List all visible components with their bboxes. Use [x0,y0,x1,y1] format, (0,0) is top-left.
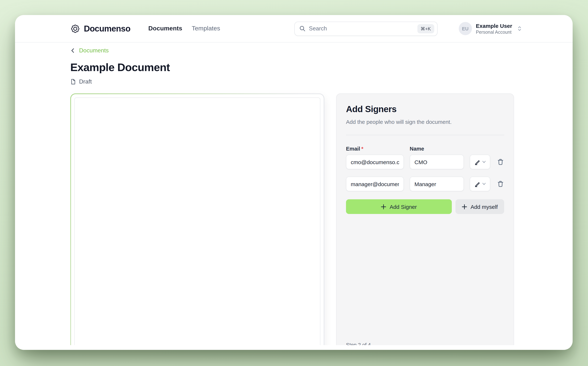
field-labels-row: Email* Name [346,146,504,152]
add-signer-button[interactable]: Add Signer [346,199,452,214]
chevron-up-down-icon [517,25,522,32]
documenso-seal-icon [70,24,80,33]
plus-icon [381,204,386,209]
panel-title: Add Signers [346,104,504,115]
signer-name-input[interactable] [410,177,464,191]
required-marker: * [361,146,363,152]
search-bar[interactable]: ⌘+K [294,22,438,36]
nav-documents[interactable]: Documents [148,25,182,32]
signer-email-input[interactable] [346,155,404,169]
user-name: Example User [476,22,512,29]
account-menu[interactable]: EU Example User Personal Account [459,22,522,35]
signature-pen-icon [474,181,480,187]
page-root: Documenso Documents Templates ⌘+K EU Exa… [0,0,588,366]
add-signers-panel: Add Signers Add the people who will sign… [336,93,514,345]
signer-row [346,177,504,191]
page-content: Documents Example Document Draft [15,43,573,350]
search-icon [299,25,306,32]
signer-role-dropdown[interactable] [470,155,490,169]
app-window: Documenso Documents Templates ⌘+K EU Exa… [15,15,573,350]
chevron-down-icon [482,182,486,186]
main-nav: Documents Templates [148,25,220,32]
signer-name-input[interactable] [410,155,464,169]
breadcrumb[interactable]: Documents [70,46,109,55]
scroll-viewport: Documents Example Document Draft [70,46,573,345]
add-signer-label: Add Signer [390,204,417,210]
page-title: Example Document [70,61,573,74]
brand-name: Documenso [84,24,130,33]
signer-email-input[interactable] [346,177,404,191]
panel-divider [346,135,504,135]
chevron-left-icon [70,48,75,53]
name-label: Name [410,146,464,152]
document-status: Draft [70,78,573,86]
remove-signer-button[interactable] [496,177,505,191]
nav-templates[interactable]: Templates [192,25,220,32]
search-input[interactable] [309,25,414,32]
add-myself-label: Add myself [470,204,498,210]
step-indicator: Step 2 of 4 [346,341,371,345]
document-surface [71,94,324,345]
status-badge: Draft [79,78,92,85]
signer-row [346,155,504,169]
signature-pen-icon [474,159,480,165]
search-shortcut-badge: ⌘+K [417,24,434,33]
signer-role-dropdown[interactable] [470,177,490,191]
file-icon [70,79,76,85]
email-label: Email* [346,146,404,152]
top-navigation-bar: Documenso Documents Templates ⌘+K EU Exa… [15,15,573,43]
chevron-down-icon [482,160,486,164]
signer-actions-row: Add Signer Add myself [346,199,504,214]
trash-icon [497,158,504,166]
avatar: EU [459,22,472,35]
remove-signer-button[interactable] [496,155,505,169]
workspace-row: Add Signers Add the people who will sign… [70,93,573,345]
documenso-logo[interactable]: Documenso [70,24,130,33]
breadcrumb-label: Documents [79,47,109,54]
panel-subtitle: Add the people who will sign the documen… [346,118,504,126]
trash-icon [497,180,504,188]
plus-icon [462,204,467,209]
account-type: Personal Account [476,29,512,35]
pdf-page[interactable] [74,98,320,345]
add-myself-button[interactable]: Add myself [455,199,504,214]
document-preview-card [70,93,324,345]
